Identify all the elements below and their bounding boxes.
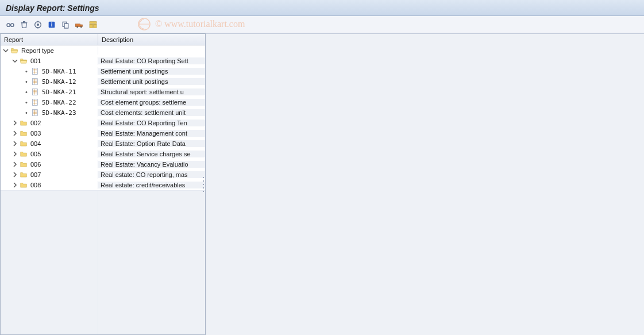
chevron-right-icon[interactable] bbox=[12, 182, 18, 188]
tree-leaf-desc: Settlement unit postings bbox=[98, 78, 205, 85]
trash-icon bbox=[20, 20, 29, 29]
chevron-down-icon[interactable] bbox=[3, 48, 9, 53]
tree-blank-right bbox=[98, 190, 205, 334]
report-icon bbox=[30, 78, 40, 86]
tree-node-desc: Real Estate: CO Reporting Ten bbox=[98, 120, 205, 126]
tree-node-label: 004 bbox=[29, 140, 41, 147]
tree-leaf-desc: Settlement unit postings bbox=[98, 68, 205, 75]
folder-icon bbox=[19, 129, 28, 137]
tree-node-label: 007 bbox=[29, 171, 41, 178]
main-empty-area bbox=[206, 33, 644, 335]
watermark-text: © www.tutorialkart.com bbox=[155, 19, 245, 29]
folder-icon bbox=[19, 150, 28, 158]
toolbar-display-button[interactable] bbox=[5, 19, 16, 30]
copy-icon bbox=[61, 20, 70, 29]
folder-open-icon bbox=[19, 57, 28, 65]
tree-node-002[interactable]: 002 Real Estate: CO Reporting Ten bbox=[1, 118, 205, 128]
chevron-right-icon[interactable] bbox=[12, 120, 18, 126]
tree-node-label: 003 bbox=[29, 130, 41, 137]
bullet-icon: • bbox=[24, 88, 29, 95]
tree-node-008[interactable]: 008 Real estate: credit/receivables bbox=[1, 180, 205, 190]
tree-header: Report Description bbox=[1, 34, 205, 45]
execute-icon bbox=[33, 20, 43, 29]
toolbar-layout-button[interactable] bbox=[87, 19, 99, 30]
page-title: Display Report: Settings bbox=[6, 3, 99, 13]
tree-node-007[interactable]: 007 Real estate: CO reporting, mas bbox=[1, 170, 205, 180]
toolbar-execute-button[interactable] bbox=[32, 19, 44, 30]
bullet-icon: • bbox=[24, 78, 29, 85]
tree-leaf-label: 5D-NKA-21 bbox=[41, 88, 76, 96]
bullet-icon: • bbox=[24, 68, 29, 75]
toolbar: © www.tutorialkart.com bbox=[0, 16, 644, 33]
toolbar-delete-button[interactable] bbox=[18, 19, 30, 30]
tree-node-label: 005 bbox=[29, 151, 41, 157]
tree-leaf-desc: Cost element groups: settleme bbox=[98, 99, 205, 106]
folder-icon bbox=[19, 160, 28, 168]
transport-icon bbox=[75, 20, 84, 29]
column-header-description[interactable]: Description bbox=[98, 34, 205, 45]
toolbar-copy-button[interactable] bbox=[60, 19, 71, 30]
content-area: Report Description Report type 001 bbox=[0, 33, 644, 335]
tree-node-desc: Real Estate: Management cont bbox=[98, 130, 205, 137]
tree-node-desc: Real Estate: Vacancy Evaluatio bbox=[98, 161, 205, 168]
tree-leaf-label: 5D-NKA-22 bbox=[41, 99, 76, 106]
tree-panel: Report Description Report type 001 bbox=[0, 33, 206, 335]
report-icon bbox=[30, 109, 40, 117]
bullet-icon: • bbox=[24, 99, 29, 106]
report-icon bbox=[30, 98, 40, 106]
folder-icon bbox=[19, 140, 28, 148]
tree-node-desc: Real Estate: Service charges se bbox=[98, 151, 205, 157]
tree-leaf[interactable]: • 5D-NKA-12 Settlement unit postings bbox=[1, 76, 205, 87]
chevron-right-icon[interactable] bbox=[12, 151, 18, 157]
layout-icon bbox=[88, 20, 98, 29]
tree-node-label: 001 bbox=[29, 57, 41, 64]
globe-icon bbox=[138, 18, 151, 30]
chevron-down-icon[interactable] bbox=[12, 58, 18, 64]
tree-node-006[interactable]: 006 Real Estate: Vacancy Evaluatio bbox=[1, 159, 205, 170]
chevron-right-icon[interactable] bbox=[12, 130, 18, 136]
tree-leaf-label: 5D-NKA-12 bbox=[41, 78, 76, 86]
watermark: © www.tutorialkart.com bbox=[138, 18, 245, 30]
tree-node-label: Report type bbox=[20, 47, 54, 54]
bullet-icon: • bbox=[24, 109, 29, 116]
chevron-right-icon[interactable] bbox=[12, 172, 18, 178]
tree-node-desc: Real Estate: CO Reporting Sett bbox=[98, 57, 205, 64]
chevron-right-icon[interactable] bbox=[12, 141, 18, 147]
resize-handle[interactable] bbox=[202, 176, 205, 193]
folder-open-icon bbox=[10, 47, 19, 55]
tree-leaf-label: 5D-NKA-23 bbox=[41, 109, 76, 117]
tree-node-desc: Real estate: CO reporting, mas bbox=[98, 171, 205, 178]
folder-icon bbox=[19, 181, 28, 189]
tree-leaf[interactable]: • 5D-NKA-21 Structural report: settlemen… bbox=[1, 87, 205, 97]
tree-leaf[interactable]: • 5D-NKA-23 Cost elements: settlement un… bbox=[1, 107, 205, 118]
tree-leaf-desc: Cost elements: settlement unit bbox=[98, 109, 205, 116]
info-icon bbox=[47, 20, 56, 29]
tree-leaf[interactable]: • 5D-NKA-11 Settlement unit postings bbox=[1, 66, 205, 76]
tree-body: Report type 001 Real Estate: CO Reportin… bbox=[1, 45, 205, 334]
tree-node-desc: Real Estate: Option Rate Data bbox=[98, 140, 205, 147]
toolbar-transport-button[interactable] bbox=[74, 19, 85, 30]
tree-node-desc: Real estate: credit/receivables bbox=[98, 182, 205, 188]
toolbar-info-button[interactable] bbox=[46, 19, 57, 30]
report-icon bbox=[30, 88, 40, 96]
column-header-report[interactable]: Report bbox=[1, 34, 98, 45]
folder-icon bbox=[19, 171, 28, 179]
tree-leaf-desc: Structural report: settlement u bbox=[98, 88, 205, 95]
tree-node-004[interactable]: 004 Real Estate: Option Rate Data bbox=[1, 138, 205, 149]
glasses-icon bbox=[6, 20, 15, 29]
tree-node-label: 006 bbox=[29, 161, 41, 168]
chevron-right-icon[interactable] bbox=[12, 161, 18, 167]
tree-node-005[interactable]: 005 Real Estate: Service charges se bbox=[1, 149, 205, 159]
tree-node-003[interactable]: 003 Real Estate: Management cont bbox=[1, 128, 205, 138]
title-bar: Display Report: Settings bbox=[0, 0, 644, 16]
folder-icon bbox=[19, 119, 28, 127]
tree-blank-left bbox=[1, 190, 98, 334]
tree-node-label: 002 bbox=[29, 120, 41, 126]
tree-node-label: 008 bbox=[29, 182, 41, 188]
tree-leaf[interactable]: • 5D-NKA-22 Cost element groups: settlem… bbox=[1, 97, 205, 107]
tree-node-root[interactable]: Report type bbox=[1, 45, 205, 56]
tree-node-001[interactable]: 001 Real Estate: CO Reporting Sett bbox=[1, 56, 205, 66]
report-icon bbox=[30, 67, 40, 75]
tree-leaf-label: 5D-NKA-11 bbox=[41, 68, 76, 75]
